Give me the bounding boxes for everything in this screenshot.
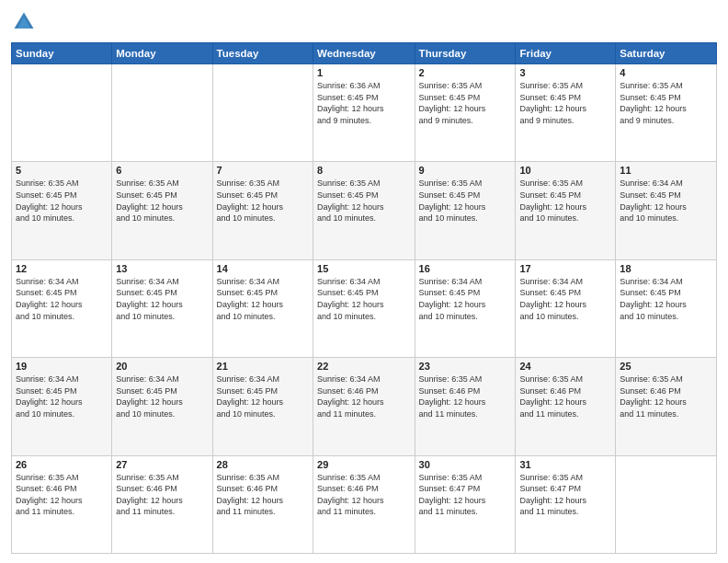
calendar-cell — [212, 64, 313, 162]
day-info: Sunrise: 6:34 AM Sunset: 6:45 PM Dayligh… — [317, 276, 411, 322]
day-info: Sunrise: 6:34 AM Sunset: 6:45 PM Dayligh… — [16, 373, 108, 419]
day-number: 3 — [519, 67, 611, 78]
calendar-cell: 30Sunrise: 6:35 AM Sunset: 6:47 PM Dayli… — [415, 455, 516, 553]
calendar-cell: 20Sunrise: 6:34 AM Sunset: 6:45 PM Dayli… — [112, 358, 212, 455]
day-info: Sunrise: 6:35 AM Sunset: 6:45 PM Dayligh… — [317, 178, 411, 224]
weekday-header-row: SundayMondayTuesdayWednesdayThursdayFrid… — [12, 43, 717, 64]
day-number: 5 — [16, 165, 108, 176]
calendar-cell: 1Sunrise: 6:36 AM Sunset: 6:45 PM Daylig… — [313, 64, 415, 162]
day-info: Sunrise: 6:35 AM Sunset: 6:46 PM Dayligh… — [116, 472, 208, 518]
day-info: Sunrise: 6:35 AM Sunset: 6:45 PM Dayligh… — [217, 178, 309, 224]
calendar-cell: 6Sunrise: 6:35 AM Sunset: 6:45 PM Daylig… — [112, 162, 212, 259]
weekday-header-thursday: Thursday — [415, 43, 516, 64]
calendar-week-5: 26Sunrise: 6:35 AM Sunset: 6:46 PM Dayli… — [12, 455, 717, 553]
day-info: Sunrise: 6:35 AM Sunset: 6:45 PM Dayligh… — [16, 178, 108, 224]
day-info: Sunrise: 6:35 AM Sunset: 6:45 PM Dayligh… — [620, 80, 712, 126]
calendar-cell: 5Sunrise: 6:35 AM Sunset: 6:45 PM Daylig… — [12, 162, 112, 259]
day-info: Sunrise: 6:34 AM Sunset: 6:45 PM Dayligh… — [620, 178, 712, 224]
day-number: 14 — [217, 263, 309, 274]
day-number: 20 — [116, 361, 208, 372]
day-number: 21 — [217, 361, 309, 372]
calendar-table: SundayMondayTuesdayWednesdayThursdayFrid… — [11, 42, 717, 554]
day-number: 29 — [317, 459, 411, 470]
day-info: Sunrise: 6:34 AM Sunset: 6:45 PM Dayligh… — [620, 276, 712, 322]
day-info: Sunrise: 6:34 AM Sunset: 6:45 PM Dayligh… — [116, 373, 208, 419]
day-info: Sunrise: 6:35 AM Sunset: 6:46 PM Dayligh… — [217, 472, 309, 518]
calendar-cell: 4Sunrise: 6:35 AM Sunset: 6:45 PM Daylig… — [616, 64, 717, 162]
calendar-cell: 15Sunrise: 6:34 AM Sunset: 6:45 PM Dayli… — [313, 259, 415, 357]
day-info: Sunrise: 6:35 AM Sunset: 6:47 PM Dayligh… — [519, 472, 611, 518]
day-info: Sunrise: 6:36 AM Sunset: 6:45 PM Dayligh… — [317, 80, 411, 126]
calendar-cell: 24Sunrise: 6:35 AM Sunset: 6:46 PM Dayli… — [516, 358, 616, 455]
day-info: Sunrise: 6:35 AM Sunset: 6:46 PM Dayligh… — [16, 472, 108, 518]
day-number: 27 — [116, 459, 208, 470]
calendar-week-3: 12Sunrise: 6:34 AM Sunset: 6:45 PM Dayli… — [12, 259, 717, 357]
day-info: Sunrise: 6:35 AM Sunset: 6:45 PM Dayligh… — [519, 178, 611, 224]
calendar-cell: 3Sunrise: 6:35 AM Sunset: 6:45 PM Daylig… — [516, 64, 616, 162]
page: SundayMondayTuesdayWednesdayThursdayFrid… — [0, 0, 728, 563]
day-number: 24 — [519, 361, 611, 372]
weekday-header-tuesday: Tuesday — [212, 43, 313, 64]
calendar-cell: 10Sunrise: 6:35 AM Sunset: 6:45 PM Dayli… — [516, 162, 616, 259]
calendar-cell: 25Sunrise: 6:35 AM Sunset: 6:46 PM Dayli… — [616, 358, 717, 455]
weekday-header-monday: Monday — [112, 43, 212, 64]
calendar-cell — [616, 455, 717, 553]
day-number: 23 — [419, 361, 512, 372]
day-info: Sunrise: 6:34 AM Sunset: 6:45 PM Dayligh… — [419, 276, 512, 322]
logo — [11, 9, 40, 35]
day-number: 13 — [116, 263, 208, 274]
calendar-cell: 27Sunrise: 6:35 AM Sunset: 6:46 PM Dayli… — [112, 455, 212, 553]
calendar-cell: 16Sunrise: 6:34 AM Sunset: 6:45 PM Dayli… — [415, 259, 516, 357]
day-info: Sunrise: 6:34 AM Sunset: 6:45 PM Dayligh… — [217, 373, 309, 419]
calendar-cell: 21Sunrise: 6:34 AM Sunset: 6:45 PM Dayli… — [212, 358, 313, 455]
day-info: Sunrise: 6:35 AM Sunset: 6:45 PM Dayligh… — [419, 178, 512, 224]
calendar-cell: 8Sunrise: 6:35 AM Sunset: 6:45 PM Daylig… — [313, 162, 415, 259]
weekday-header-friday: Friday — [516, 43, 616, 64]
day-number: 28 — [217, 459, 309, 470]
day-info: Sunrise: 6:35 AM Sunset: 6:46 PM Dayligh… — [620, 373, 712, 419]
calendar-cell: 31Sunrise: 6:35 AM Sunset: 6:47 PM Dayli… — [516, 455, 616, 553]
day-info: Sunrise: 6:35 AM Sunset: 6:47 PM Dayligh… — [419, 472, 512, 518]
day-info: Sunrise: 6:35 AM Sunset: 6:46 PM Dayligh… — [317, 472, 411, 518]
day-number: 9 — [419, 165, 512, 176]
day-number: 25 — [620, 361, 712, 372]
calendar-week-1: 1Sunrise: 6:36 AM Sunset: 6:45 PM Daylig… — [12, 64, 717, 162]
calendar-cell: 9Sunrise: 6:35 AM Sunset: 6:45 PM Daylig… — [415, 162, 516, 259]
calendar-cell: 19Sunrise: 6:34 AM Sunset: 6:45 PM Dayli… — [12, 358, 112, 455]
calendar-cell: 14Sunrise: 6:34 AM Sunset: 6:45 PM Dayli… — [212, 259, 313, 357]
day-number: 8 — [317, 165, 411, 176]
day-number: 12 — [16, 263, 108, 274]
day-info: Sunrise: 6:35 AM Sunset: 6:46 PM Dayligh… — [419, 373, 512, 419]
day-number: 6 — [116, 165, 208, 176]
calendar-week-2: 5Sunrise: 6:35 AM Sunset: 6:45 PM Daylig… — [12, 162, 717, 259]
day-info: Sunrise: 6:34 AM Sunset: 6:45 PM Dayligh… — [116, 276, 208, 322]
day-number: 31 — [519, 459, 611, 470]
calendar-cell — [12, 64, 112, 162]
day-info: Sunrise: 6:35 AM Sunset: 6:45 PM Dayligh… — [116, 178, 208, 224]
calendar-cell: 13Sunrise: 6:34 AM Sunset: 6:45 PM Dayli… — [112, 259, 212, 357]
calendar-cell: 28Sunrise: 6:35 AM Sunset: 6:46 PM Dayli… — [212, 455, 313, 553]
day-number: 7 — [217, 165, 309, 176]
day-number: 22 — [317, 361, 411, 372]
header — [11, 9, 717, 35]
day-number: 11 — [620, 165, 712, 176]
day-number: 16 — [419, 263, 512, 274]
day-number: 10 — [519, 165, 611, 176]
calendar-week-4: 19Sunrise: 6:34 AM Sunset: 6:45 PM Dayli… — [12, 358, 717, 455]
calendar-cell: 23Sunrise: 6:35 AM Sunset: 6:46 PM Dayli… — [415, 358, 516, 455]
calendar-cell: 7Sunrise: 6:35 AM Sunset: 6:45 PM Daylig… — [212, 162, 313, 259]
weekday-header-wednesday: Wednesday — [313, 43, 415, 64]
calendar-cell: 2Sunrise: 6:35 AM Sunset: 6:45 PM Daylig… — [415, 64, 516, 162]
calendar-cell: 17Sunrise: 6:34 AM Sunset: 6:45 PM Dayli… — [516, 259, 616, 357]
calendar-cell: 29Sunrise: 6:35 AM Sunset: 6:46 PM Dayli… — [313, 455, 415, 553]
day-info: Sunrise: 6:34 AM Sunset: 6:45 PM Dayligh… — [217, 276, 309, 322]
day-number: 18 — [620, 263, 712, 274]
calendar-cell — [112, 64, 212, 162]
day-number: 30 — [419, 459, 512, 470]
calendar-cell: 12Sunrise: 6:34 AM Sunset: 6:45 PM Dayli… — [12, 259, 112, 357]
weekday-header-saturday: Saturday — [616, 43, 717, 64]
calendar-cell: 26Sunrise: 6:35 AM Sunset: 6:46 PM Dayli… — [12, 455, 112, 553]
day-info: Sunrise: 6:35 AM Sunset: 6:46 PM Dayligh… — [519, 373, 611, 419]
day-number: 19 — [16, 361, 108, 372]
logo-icon — [11, 9, 37, 35]
